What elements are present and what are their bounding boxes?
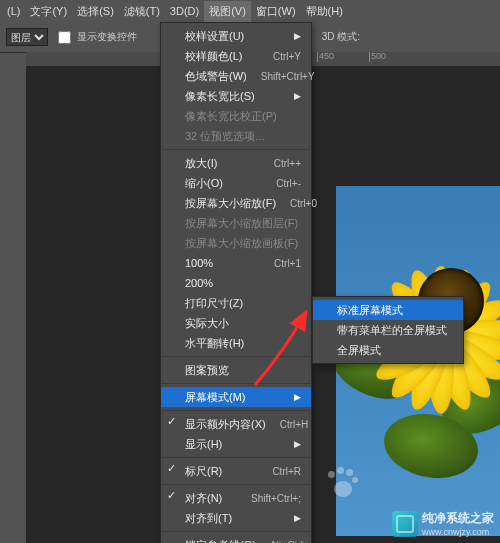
menubar-item[interactable]: 帮助(H) <box>301 1 348 22</box>
menu-item[interactable]: 按屏幕大小缩放(F)Ctrl+0 <box>161 193 311 213</box>
menubar-item[interactable]: 选择(S) <box>72 1 119 22</box>
menu-item-label: 按屏幕大小缩放图层(F) <box>185 216 301 231</box>
menu-item-label: 对齐(N) <box>185 491 237 506</box>
menu-item-shortcut: Shift+Ctrl+Y <box>261 71 315 82</box>
menu-item-shortcut: Ctrl+1 <box>274 258 301 269</box>
check-icon: ✓ <box>167 462 176 475</box>
menu-item-label: 屏幕模式(M) <box>185 390 284 405</box>
menu-item-shortcut: Ctrl++ <box>274 158 301 169</box>
menubar-item[interactable]: 视图(V) <box>204 1 251 22</box>
menubar-item[interactable]: 3D(D) <box>165 2 204 20</box>
menu-item-shortcut: Alt+Ctrl+; <box>270 540 312 544</box>
menu-item-label: 校样设置(U) <box>185 29 284 44</box>
menu-item-shortcut: Ctrl+R <box>272 466 301 477</box>
watermark-title: 纯净系统之家 <box>422 510 494 527</box>
pawprint-watermark <box>320 463 360 503</box>
menu-item-label: 像素长宽比校正(P) <box>185 109 301 124</box>
menu-item[interactable]: 像素长宽比(S)▶ <box>161 86 311 106</box>
submenu-item[interactable]: 带有菜单栏的全屏模式 <box>313 320 463 340</box>
menu-item[interactable]: ✓显示额外内容(X)Ctrl+H <box>161 414 311 434</box>
menu-item-label: 实际大小 <box>185 316 301 331</box>
menu-item: 像素长宽比校正(P) <box>161 106 311 126</box>
menu-item-label: 对齐到(T) <box>185 511 284 526</box>
menu-item[interactable]: 显示(H)▶ <box>161 434 311 454</box>
menu-item-label: 32 位预览选项... <box>185 129 301 144</box>
menubar-item[interactable]: 窗口(W) <box>251 1 301 22</box>
menu-item-label: 按屏幕大小缩放画板(F) <box>185 236 301 251</box>
menu-item[interactable]: 放大(I)Ctrl++ <box>161 153 311 173</box>
submenu-item[interactable]: 全屏模式 <box>313 340 463 360</box>
submenu-item-label: 全屏模式 <box>337 343 453 358</box>
ruler-tick: 450 <box>317 52 369 62</box>
submenu-arrow-icon: ▶ <box>294 513 301 523</box>
menu-item-label: 色域警告(W) <box>185 69 247 84</box>
tool-preset-select[interactable]: 图层 <box>6 28 48 46</box>
submenu-arrow-icon: ▶ <box>294 392 301 402</box>
submenu-arrow-icon: ▶ <box>294 31 301 41</box>
menu-item-label: 锁定参考线(G) <box>185 538 256 544</box>
menu-item-shortcut: Ctrl+H <box>280 419 309 430</box>
menu-item-shortcut: Ctrl+0 <box>290 198 317 209</box>
menu-item[interactable]: 屏幕模式(M)▶ <box>161 387 311 407</box>
menu-item[interactable]: 锁定参考线(G)Alt+Ctrl+; <box>161 535 311 543</box>
menu-item[interactable]: 100%Ctrl+1 <box>161 253 311 273</box>
menu-item[interactable]: 校样颜色(L)Ctrl+Y <box>161 46 311 66</box>
3d-mode-label: 3D 模式: <box>322 30 360 44</box>
screen-mode-submenu: 标准屏幕模式带有菜单栏的全屏模式全屏模式 <box>312 296 464 364</box>
view-menu: 校样设置(U)▶校样颜色(L)Ctrl+Y色域警告(W)Shift+Ctrl+Y… <box>160 22 312 543</box>
menu-item[interactable]: ✓标尺(R)Ctrl+R <box>161 461 311 481</box>
menu-item[interactable]: 对齐到(T)▶ <box>161 508 311 528</box>
menu-item-label: 显示(H) <box>185 437 284 452</box>
submenu-item-label: 标准屏幕模式 <box>337 303 453 318</box>
menu-item[interactable]: 水平翻转(H) <box>161 333 311 353</box>
menu-item[interactable]: 色域警告(W)Shift+Ctrl+Y <box>161 66 311 86</box>
menu-item-label: 按屏幕大小缩放(F) <box>185 196 276 211</box>
menu-item-label: 图案预览 <box>185 363 301 378</box>
menu-item-label: 打印尺寸(Z) <box>185 296 301 311</box>
menu-item-label: 水平翻转(H) <box>185 336 301 351</box>
watermark-logo-icon <box>392 511 418 537</box>
menu-item-label: 像素长宽比(S) <box>185 89 284 104</box>
menu-item-shortcut: Shift+Ctrl+; <box>251 493 301 504</box>
menu-item[interactable]: 200% <box>161 273 311 293</box>
menu-item[interactable]: 实际大小 <box>161 313 311 333</box>
menu-item[interactable]: 校样设置(U)▶ <box>161 26 311 46</box>
menu-item: 按屏幕大小缩放图层(F) <box>161 213 311 233</box>
menu-item-label: 200% <box>185 277 301 289</box>
menu-item-label: 标尺(R) <box>185 464 258 479</box>
menu-item[interactable]: 图案预览 <box>161 360 311 380</box>
menu-item-label: 显示额外内容(X) <box>185 417 266 432</box>
menu-item-label: 放大(I) <box>185 156 260 171</box>
menubar-item[interactable]: 滤镜(T) <box>119 1 165 22</box>
menubar-item[interactable]: 文字(Y) <box>25 1 72 22</box>
menu-item[interactable]: 缩小(O)Ctrl+- <box>161 173 311 193</box>
check-icon: ✓ <box>167 415 176 428</box>
submenu-item[interactable]: 标准屏幕模式 <box>313 300 463 320</box>
menubar-item[interactable]: (L) <box>2 2 25 20</box>
submenu-arrow-icon: ▶ <box>294 91 301 101</box>
show-transform-controls-label: 显示变换控件 <box>77 30 137 44</box>
menu-item-shortcut: Ctrl+- <box>276 178 301 189</box>
ruler-tick: 500 <box>369 52 421 62</box>
menu-item-label: 缩小(O) <box>185 176 262 191</box>
menu-item: 按屏幕大小缩放画板(F) <box>161 233 311 253</box>
submenu-arrow-icon: ▶ <box>294 439 301 449</box>
menu-item[interactable]: ✓对齐(N)Shift+Ctrl+; <box>161 488 311 508</box>
main-menubar: (L)文字(Y)选择(S)滤镜(T)3D(D)视图(V)窗口(W)帮助(H) <box>0 0 500 23</box>
menu-item[interactable]: 打印尺寸(Z) <box>161 293 311 313</box>
menu-item-label: 100% <box>185 257 260 269</box>
submenu-item-label: 带有菜单栏的全屏模式 <box>337 323 453 338</box>
menu-item-label: 校样颜色(L) <box>185 49 259 64</box>
menu-item-shortcut: Ctrl+Y <box>273 51 301 62</box>
watermark: 纯净系统之家 www.cnwjzy.com <box>392 510 494 537</box>
menu-item: 32 位预览选项... <box>161 126 311 146</box>
check-icon: ✓ <box>167 489 176 502</box>
watermark-url: www.cnwjzy.com <box>422 527 494 537</box>
show-transform-controls-checkbox[interactable] <box>58 31 71 44</box>
